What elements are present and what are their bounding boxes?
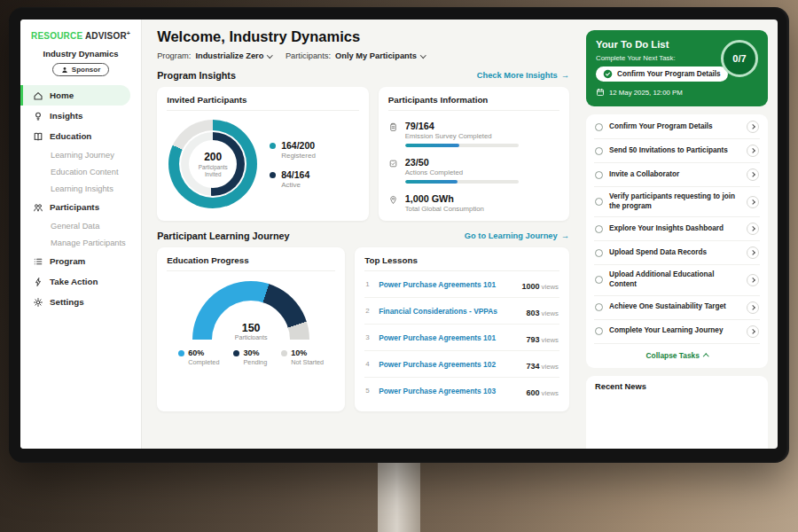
take-action-icon bbox=[33, 277, 43, 287]
filter-bar: Program: Industrialize Zero Participants… bbox=[157, 51, 569, 60]
task-row-upload-educational-content[interactable]: Upload Additional Educational Content bbox=[594, 265, 760, 295]
logo-resource: RESOURCE bbox=[31, 31, 82, 41]
task-row-send-invitations[interactable]: Send 50 Invitations to Participants bbox=[594, 139, 760, 163]
checkbox-icon[interactable] bbox=[595, 198, 603, 206]
sidebar-item-label: Home bbox=[50, 90, 74, 100]
arrow-right-icon: → bbox=[561, 71, 569, 80]
chevron-down-icon bbox=[267, 52, 272, 58]
sidebar-item-learning-journey[interactable]: Learning Journey bbox=[20, 146, 141, 163]
sidebar-item-home[interactable]: Home bbox=[20, 85, 130, 106]
task-row-explore-insights[interactable]: Explore Your Insights Dashboard bbox=[594, 217, 760, 241]
sidebar-item-insights[interactable]: Insights bbox=[20, 106, 141, 126]
home-icon bbox=[33, 90, 43, 101]
participants-filter-label: Participants: bbox=[286, 51, 331, 60]
task-list-card: Confirm Your Program Details Send 50 Inv… bbox=[586, 114, 768, 368]
todo-due-date: 12 May 2025, 12:00 PM bbox=[596, 88, 758, 97]
chevron-right-icon[interactable] bbox=[747, 301, 759, 314]
checkbox-icon[interactable] bbox=[595, 327, 603, 335]
participants-information-card: Participants Information 79/164 Emission… bbox=[379, 87, 569, 221]
go-to-learning-journey-link[interactable]: Go to Learning Journey → bbox=[465, 231, 569, 240]
sidebar-item-label: Learning Insights bbox=[51, 184, 113, 193]
sidebar-item-participants[interactable]: Participants bbox=[20, 197, 141, 217]
chevron-right-icon[interactable] bbox=[747, 196, 759, 208]
task-row-complete-learning-journey[interactable]: Complete Your Learning Journey bbox=[594, 320, 760, 344]
gauge-center: 150 Participants bbox=[192, 322, 309, 340]
task-row-upload-spend-data[interactable]: Upload Spend Data Records bbox=[594, 241, 760, 265]
person-icon bbox=[61, 66, 68, 74]
learning-journey-header: Participant Learning Journey Go to Learn… bbox=[157, 231, 569, 241]
checkbox-icon[interactable] bbox=[595, 225, 603, 233]
sponsor-label: Sponsor bbox=[72, 66, 100, 74]
lesson-link[interactable]: Power Purchase Agreements 103 bbox=[379, 387, 520, 395]
actions-progress-bar bbox=[405, 180, 519, 184]
program-filter-dropdown[interactable]: Industrialize Zero bbox=[195, 51, 271, 60]
todo-progress-ring: 0/7 bbox=[721, 40, 758, 77]
dashboard-screen: RESOURCE ADVISOR+ Industry Dynamics Spon… bbox=[20, 20, 778, 449]
check-more-insights-link[interactable]: Check More Insights → bbox=[477, 71, 569, 80]
lesson-row: 5 Power Purchase Agreements 103 600views bbox=[364, 378, 559, 403]
checkbox-icon[interactable] bbox=[595, 303, 603, 311]
checkbox-icon[interactable] bbox=[595, 171, 603, 179]
navy-dot-icon bbox=[233, 350, 239, 356]
invited-participants-card: Invited Participants 200 Participants In… bbox=[157, 87, 369, 221]
emission-progress-bar bbox=[405, 144, 519, 147]
recent-news-header[interactable]: Recent News bbox=[586, 376, 768, 449]
task-row-confirm-program[interactable]: Confirm Your Program Details bbox=[594, 115, 760, 139]
chevron-right-icon[interactable] bbox=[747, 145, 759, 157]
sidebar-item-general-data[interactable]: General Data bbox=[20, 217, 141, 234]
program-list-icon bbox=[33, 256, 43, 267]
survey-icon bbox=[388, 121, 398, 147]
section-title: Participant Learning Journey bbox=[157, 231, 289, 241]
task-row-invite-collaborator[interactable]: Invite a Collaborator bbox=[594, 163, 760, 187]
lesson-link[interactable]: Power Purchase Agreements 101 bbox=[379, 280, 515, 289]
invited-participants-donut: 200 Participants Invited bbox=[168, 120, 257, 208]
sidebar-item-label: General Data bbox=[51, 222, 99, 231]
chevron-right-icon[interactable] bbox=[747, 325, 759, 338]
blue-dot-icon bbox=[178, 350, 184, 356]
app-logo: RESOURCE ADVISOR+ bbox=[20, 28, 141, 41]
todo-panel: Your To Do List Complete Your Next Task:… bbox=[581, 20, 778, 449]
education-icon bbox=[33, 131, 43, 142]
sidebar-item-settings[interactable]: Settings bbox=[20, 292, 141, 312]
program-filter-label: Program: bbox=[157, 51, 191, 60]
chevron-right-icon[interactable] bbox=[747, 223, 759, 235]
chevron-right-icon[interactable] bbox=[747, 121, 759, 133]
sidebar-item-manage-participants[interactable]: Manage Participants bbox=[20, 234, 141, 251]
sidebar-item-education-content[interactable]: Education Content bbox=[20, 163, 141, 180]
lesson-link[interactable]: Financial Considerations - VPPAs bbox=[379, 307, 520, 316]
collapse-tasks-button[interactable]: Collapse Tasks bbox=[594, 344, 760, 366]
checkbox-icon[interactable] bbox=[595, 249, 603, 257]
monitor-stand bbox=[378, 459, 420, 532]
chevron-right-icon[interactable] bbox=[747, 168, 759, 181]
sidebar-item-education[interactable]: Education bbox=[20, 126, 141, 146]
sponsor-badge[interactable]: Sponsor bbox=[52, 63, 109, 76]
gear-icon bbox=[33, 297, 43, 308]
lesson-link[interactable]: Power Purchase Agreements 102 bbox=[379, 360, 520, 369]
sidebar-item-learning-insights[interactable]: Learning Insights bbox=[20, 180, 141, 197]
lesson-link[interactable]: Power Purchase Agreements 101 bbox=[379, 333, 520, 342]
sidebar-item-take-action[interactable]: Take Action bbox=[20, 271, 141, 292]
program-insights-header: Program Insights Check More Insights → bbox=[157, 70, 569, 81]
checkbox-icon[interactable] bbox=[595, 147, 603, 155]
sidebar-item-program[interactable]: Program bbox=[20, 251, 141, 271]
chevron-right-icon[interactable] bbox=[747, 246, 759, 259]
checkbox-icon[interactable] bbox=[595, 276, 603, 284]
check-circle-icon bbox=[603, 69, 613, 79]
actions-completed-row: 23/50 Actions Completed bbox=[388, 157, 559, 184]
consumption-row: 1,000 GWh Total Global Consumption bbox=[388, 193, 559, 213]
sidebar-item-label: Program bbox=[50, 256, 85, 266]
task-row-verify-participants[interactable]: Verify participants requesting to join t… bbox=[594, 187, 760, 217]
sidebar-item-label: Settings bbox=[50, 297, 84, 307]
teal-dot-icon bbox=[270, 143, 276, 149]
lesson-row: 3 Power Purchase Agreements 101 793views bbox=[364, 325, 559, 351]
checkbox-icon[interactable] bbox=[595, 123, 603, 131]
sidebar-nav: Home Insights Education Learning Journey bbox=[20, 85, 141, 312]
participants-filter-dropdown[interactable]: Only My Participants bbox=[335, 51, 425, 60]
next-task-pill[interactable]: Confirm Your Program Details bbox=[596, 66, 728, 82]
sidebar-item-label: Take Action bbox=[50, 277, 98, 286]
legend-pending: 30% Pending bbox=[233, 348, 267, 366]
chevron-right-icon[interactable] bbox=[747, 274, 759, 286]
sidebar-item-label: Education bbox=[50, 131, 91, 141]
sidebar-item-label: Participants bbox=[50, 202, 99, 212]
task-row-achieve-target[interactable]: Achieve One Sustainability Target bbox=[594, 296, 760, 320]
